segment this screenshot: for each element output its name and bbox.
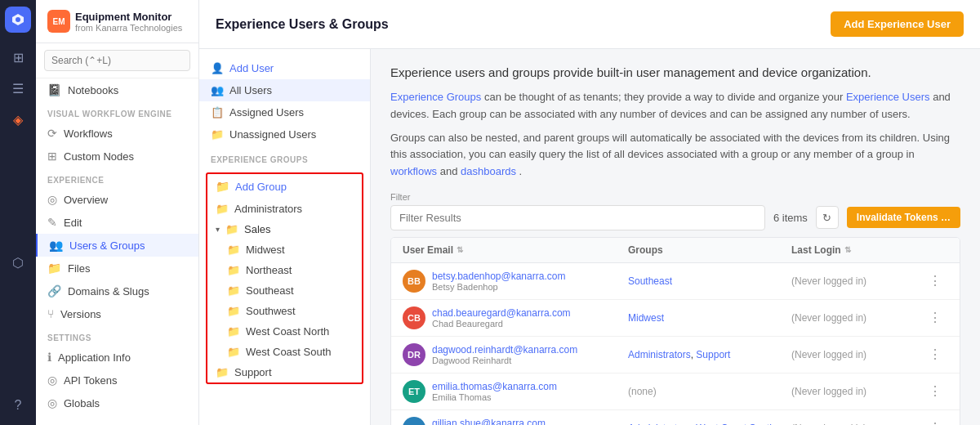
intro-text: Experience users and groups provide buil… [390, 65, 960, 79]
dashboards-link[interactable]: dashboards [461, 165, 516, 177]
user-cell: CB chad.beauregard@kanarra.com Chad Beau… [403, 306, 628, 329]
user-email[interactable]: emilia.thomas@kanarra.com [432, 381, 557, 392]
user-email[interactable]: dagwood.reinhardt@kanarra.com [432, 344, 577, 356]
sidebar-item-edit[interactable]: ✎ Edit [36, 211, 198, 234]
col-groups: Groups [628, 244, 791, 256]
group-label: Midwest [246, 244, 285, 256]
table-row: CB chad.beauregard@kanarra.com Chad Beau… [391, 300, 960, 337]
chevron-icon: ▾ [216, 225, 220, 234]
filter-input[interactable] [390, 205, 765, 230]
row-actions-button[interactable]: ⋮ [924, 382, 947, 400]
nav-list-icon[interactable]: ☰ [5, 75, 31, 101]
app-logo[interactable] [5, 7, 31, 33]
sidebar-section-experience: EXPERIENCE [36, 168, 198, 188]
sidebar-item-workflows[interactable]: ⟳ Workflows [36, 122, 198, 145]
group-northeast[interactable]: 📁 Northeast [207, 260, 362, 280]
group-link[interactable]: Administrators [628, 349, 691, 360]
nav-dashboard-icon[interactable]: ⊞ [5, 44, 31, 70]
experience-users-link[interactable]: Experience Users [846, 91, 930, 103]
col-last-login: Last Login ⇅ [791, 244, 922, 256]
sidebar-item-overview[interactable]: ◎ Overview [36, 188, 198, 211]
group-administrators[interactable]: 📁 Administrators [207, 199, 362, 219]
users-groups-icon: 👥 [49, 239, 63, 252]
sidebar-item-users-groups[interactable]: 👥 Users & Groups [36, 234, 198, 257]
svg-point-0 [16, 17, 20, 22]
table-row: ET emilia.thomas@kanarra.com Emilia Thom… [391, 374, 960, 410]
sidebar-item-globals[interactable]: ◎ Globals [36, 391, 198, 414]
user-email[interactable]: betsy.badenhop@kanarra.com [432, 271, 565, 282]
sidebar-item-files[interactable]: 📁 Files [36, 257, 198, 280]
sidebar-section-visual: VISUAL WORKFLOW ENGINE [36, 101, 198, 122]
sidebar-item-notebooks[interactable]: 📓 Notebooks [36, 78, 198, 101]
sidebar-item-label: Files [68, 262, 90, 275]
app-name: Equipment Monitor [75, 11, 182, 23]
groups-cell: Southeast [628, 275, 791, 287]
sort-icon: ⇅ [844, 245, 851, 254]
row-actions-button[interactable]: ⋮ [924, 418, 947, 425]
add-experience-user-button[interactable]: Add Experience User [831, 11, 964, 37]
assigned-users-item[interactable]: 📋 Assigned Users [199, 101, 370, 123]
desc-text-2: Groups can also be nested, and parent gr… [390, 130, 960, 181]
avatar: BB [403, 270, 425, 293]
group-link[interactable]: Support [696, 349, 730, 360]
filter-section: Filter 6 items ↻ Invalidate Tokens … [390, 192, 960, 230]
user-cell: ET emilia.thomas@kanarra.com Emilia Thom… [403, 380, 628, 403]
sidebar-item-versions[interactable]: ⑂ Versions [36, 302, 198, 325]
login-cell: (Never logged in) [791, 386, 922, 397]
group-label: Sales [244, 223, 271, 235]
user-cell: GS gillian.shue@kanarra.com Gillian Shue [403, 417, 628, 425]
sort-icon: ⇅ [457, 245, 463, 254]
group-southwest[interactable]: 📁 Southwest [207, 301, 362, 321]
folder-icon: 📁 [216, 203, 229, 215]
group-west-coast-south[interactable]: 📁 West Coast South [207, 342, 362, 362]
user-email[interactable]: gillian.shue@kanarra.com [432, 418, 546, 425]
sidebar-item-domains-slugs[interactable]: 🔗 Domains & Slugs [36, 280, 198, 302]
group-support[interactable]: 📁 Support [207, 362, 362, 382]
row-actions-button[interactable]: ⋮ [924, 271, 947, 290]
users-table: User Email ⇅ Groups Last Login ⇅ BB [390, 237, 960, 425]
group-link[interactable]: Southeast [628, 275, 672, 287]
middle-panel: 👤 Add User 👥 All Users 📋 Assigned Users … [199, 49, 371, 425]
sidebar-search-container [36, 43, 198, 78]
sidebar: EM Equipment Monitor from Kanarra Techno… [36, 0, 199, 425]
group-label: Southwest [246, 305, 296, 317]
search-input[interactable] [44, 50, 190, 71]
add-group-link[interactable]: 📁 Add Group [207, 174, 362, 199]
nav-bar: ⊞ ☰ ◈ ⬡ ? [0, 0, 36, 425]
row-actions-button[interactable]: ⋮ [924, 308, 947, 327]
row-actions-button[interactable]: ⋮ [924, 345, 947, 364]
invalidate-tokens-button[interactable]: Invalidate Tokens … [847, 207, 960, 228]
add-user-link[interactable]: 👤 Add User [199, 57, 370, 79]
login-cell: (Never logged in) [791, 312, 922, 324]
avatar: CB [403, 306, 425, 329]
filter-row: 6 items ↻ Invalidate Tokens … [390, 205, 960, 230]
edit-icon: ✎ [47, 216, 57, 229]
sidebar-item-application-info[interactable]: ℹ Application Info [36, 346, 198, 369]
refresh-button[interactable]: ↻ [816, 206, 839, 229]
folder-icon: 📁 [227, 264, 240, 276]
user-email[interactable]: chad.beauregard@kanarra.com [432, 307, 571, 319]
folder-icon: 📁 [227, 284, 240, 297]
globals-icon: ◎ [47, 396, 57, 409]
group-link[interactable]: Midwest [628, 312, 664, 324]
nav-help-icon[interactable]: ? [5, 392, 31, 418]
unassigned-users-item[interactable]: 📁 Unassigned Users [199, 123, 370, 145]
all-users-item[interactable]: 👥 All Users [199, 79, 370, 101]
main-area: Experience Users & Groups Add Experience… [199, 0, 980, 425]
sidebar-item-label: Edit [64, 217, 82, 229]
experience-groups-link[interactable]: Experience Groups [390, 91, 481, 103]
api-tokens-icon: ◎ [47, 374, 57, 387]
nav-package-icon[interactable]: ◈ [5, 106, 31, 132]
group-sales[interactable]: ▾ 📁 Sales [207, 219, 362, 239]
group-midwest[interactable]: 📁 Midwest [207, 239, 362, 260]
group-label: West Coast North [246, 325, 329, 338]
group-southeast[interactable]: 📁 Southeast [207, 280, 362, 301]
nav-nodes-icon[interactable]: ⬡ [5, 249, 31, 275]
sidebar-item-custom-nodes[interactable]: ⊞ Custom Nodes [36, 145, 198, 168]
workflows-link[interactable]: workflows [390, 165, 437, 177]
app-info-icon: ℹ [47, 351, 51, 364]
sidebar-item-api-tokens[interactable]: ◎ API Tokens [36, 369, 198, 391]
table-row: BB betsy.badenhop@kanarra.com Betsy Bade… [391, 263, 960, 300]
app-icon: EM [47, 10, 70, 33]
group-west-coast-north[interactable]: 📁 West Coast North [207, 321, 362, 342]
